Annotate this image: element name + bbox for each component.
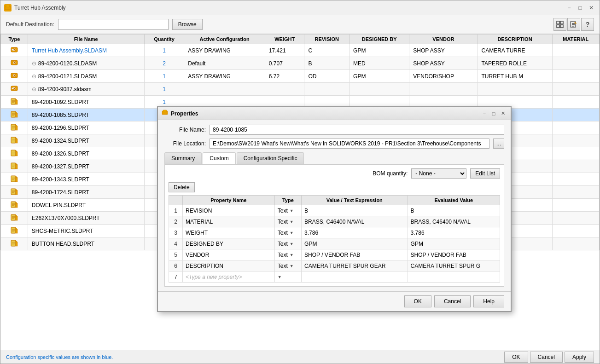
svg-marker-56 <box>16 163 17 165</box>
status-message: Configuration specific values are shown … <box>6 354 113 360</box>
file-location-input[interactable] <box>210 139 489 149</box>
prop-type: Text ▼ <box>274 205 301 216</box>
table-row[interactable]: ⊙89-4200-0120.SLDASM 2 Default 0.707 B M… <box>1 57 600 70</box>
svg-rect-65 <box>12 179 15 179</box>
prop-type: Text ▼ <box>274 227 301 238</box>
dialog-minimize-button[interactable]: − <box>480 110 489 118</box>
close-button[interactable]: ✕ <box>587 3 596 12</box>
table-icon-button[interactable] <box>553 18 566 31</box>
props-table-row[interactable]: 4 Text ▼ GPM GPM <box>169 238 500 249</box>
help-icon-button[interactable]: ? <box>581 18 594 31</box>
maximize-button[interactable]: □ <box>576 3 585 12</box>
delete-button[interactable]: Delete <box>169 182 195 192</box>
prop-num: 4 <box>169 238 183 249</box>
prop-num: 6 <box>169 260 183 272</box>
browse-button[interactable]: Browse <box>172 19 203 30</box>
prop-value: SHOP / VENDOR FAB <box>302 249 408 260</box>
status-bar: Configuration specific values are shown … <box>0 350 600 364</box>
export-icon-button[interactable] <box>567 18 580 31</box>
cell-designed-by: GPM <box>350 70 409 83</box>
app-icon <box>4 4 12 12</box>
prop-num: 2 <box>169 216 183 227</box>
props-table-row[interactable]: 2 Text ▼ BRASS, C46400 NAVAL BRASS, C464… <box>169 216 500 227</box>
destination-input[interactable] <box>58 19 169 30</box>
bom-label: BOM quantity: <box>373 170 408 177</box>
ok-button[interactable]: OK <box>504 352 528 363</box>
svg-marker-74 <box>16 202 17 203</box>
cell-active-config <box>184 83 265 96</box>
prop-num: 7 <box>169 272 183 283</box>
svg-rect-41 <box>12 127 15 127</box>
tab-custom[interactable]: Custom <box>203 152 235 164</box>
table-row[interactable]: Turret Hub Assembly.SLDASM 1 ASSY DRAWIN… <box>1 44 600 57</box>
file-location-browse-button[interactable]: … <box>493 139 504 149</box>
svg-point-13 <box>13 49 15 51</box>
cell-material <box>552 70 599 83</box>
window-title: Turret Hub Assembly <box>14 5 66 11</box>
cell-filename: 89-4200-1327.SLDPRT <box>28 160 144 173</box>
cell-type <box>1 160 28 173</box>
props-table-row[interactable]: 1 Text ▼ B B <box>169 205 500 216</box>
table-row[interactable]: ⊙89-4200-9087.sldasm 1 <box>1 83 600 96</box>
svg-rect-77 <box>12 204 15 205</box>
svg-rect-36 <box>12 115 14 116</box>
cell-vendor: SHOP ASSY <box>409 57 478 70</box>
prop-evaluated: 3.786 <box>408 227 500 238</box>
cell-active-config: ASSY DRAWING <box>184 70 265 83</box>
dialog-maximize-button[interactable]: □ <box>489 110 498 118</box>
svg-rect-70 <box>12 191 15 191</box>
prop-name <box>183 205 275 216</box>
prop-evaluated <box>408 272 500 283</box>
props-table-row[interactable]: 3 Text ▼ 3.786 3.786 <box>169 227 500 238</box>
prop-value: B <box>302 205 408 216</box>
table-row[interactable]: ⊙89-4200-0121.SLDASM 1 ASSY DRAWING 6.72… <box>1 70 600 83</box>
tab-configuration-specific[interactable]: Configuration Specific <box>237 152 304 164</box>
cell-type <box>1 57 28 70</box>
dialog-ok-button[interactable]: OK <box>404 295 431 307</box>
status-buttons: OK Cancel Apply <box>504 352 594 363</box>
svg-rect-64 <box>12 178 15 178</box>
svg-rect-60 <box>12 167 14 167</box>
props-table-row[interactable]: 7 ▼ <box>169 272 500 283</box>
apply-button[interactable]: Apply <box>565 352 594 363</box>
file-location-row: File Location: … <box>164 139 504 149</box>
props-table-row[interactable]: 6 Text ▼ CAMERA TURRET SPUR GEAR CAMERA … <box>169 260 500 272</box>
svg-rect-69 <box>16 191 17 195</box>
prop-evaluated: GPM <box>408 238 500 249</box>
svg-rect-76 <box>12 203 15 204</box>
prop-name <box>183 272 275 283</box>
col-designed-by: DESIGNED BY <box>350 35 409 44</box>
prop-value: GPM <box>302 238 408 249</box>
tab-summary[interactable]: Summary <box>164 152 202 164</box>
file-name-input[interactable] <box>210 125 504 135</box>
file-name-row: File Name: <box>164 125 504 135</box>
prop-name <box>183 227 275 238</box>
prop-name <box>183 216 275 227</box>
minimize-button[interactable]: − <box>565 3 574 12</box>
svg-point-24 <box>12 88 13 89</box>
svg-rect-93 <box>16 242 17 246</box>
dialog-close-button[interactable]: ✕ <box>499 110 507 118</box>
toolbar: Default Destination: Browse <box>0 15 600 34</box>
svg-rect-48 <box>12 141 14 141</box>
cell-material <box>552 212 599 225</box>
cell-material <box>552 57 599 70</box>
cell-filename: ⊙89-4200-0121.SLDASM <box>28 70 144 83</box>
cell-material <box>552 199 599 212</box>
svg-rect-84 <box>12 218 14 219</box>
cancel-button[interactable]: Cancel <box>530 352 563 363</box>
cell-type <box>1 134 28 147</box>
props-table-row[interactable]: 5 Text ▼ SHOP / VENDOR FAB SHOP / VENDOR… <box>169 249 500 260</box>
props-col-value: Value / Text Expression <box>302 196 408 205</box>
prop-evaluated: BRASS, C46400 NAVAL <box>408 216 500 227</box>
svg-point-20 <box>13 75 15 76</box>
bom-select[interactable]: - None - <box>411 168 466 179</box>
edit-list-button[interactable]: Edit List <box>470 168 500 179</box>
file-location-label: File Location: <box>164 140 206 147</box>
dialog-cancel-button[interactable]: Cancel <box>434 295 471 307</box>
svg-marker-80 <box>16 214 17 216</box>
props-col-num <box>169 196 183 205</box>
cell-material <box>552 160 599 173</box>
props-col-type: Type <box>274 196 301 205</box>
dialog-help-button[interactable]: Help <box>473 295 504 307</box>
